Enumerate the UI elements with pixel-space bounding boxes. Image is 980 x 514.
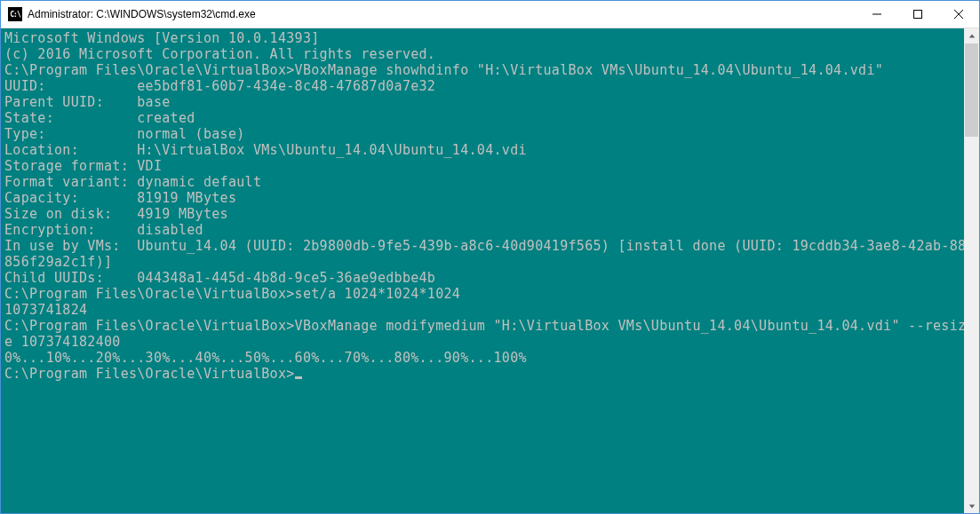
terminal-line: Microsoft Windows [Version 10.0.14393] xyxy=(4,30,960,46)
terminal-line: Child UUIDs: 044348a1-445d-4b8d-9ce5-36a… xyxy=(4,270,960,286)
terminal-line: C:\Program Files\Oracle\VirtualBox>VBoxM… xyxy=(4,318,960,334)
cmd-icon: C:\ xyxy=(8,7,22,21)
close-button[interactable] xyxy=(938,1,979,28)
terminal-line: Size on disk: 4919 MBytes xyxy=(4,206,960,222)
terminal-line: C:\Program Files\Oracle\VirtualBox>VBoxM… xyxy=(4,62,960,78)
terminal-line: Format variant: dynamic default xyxy=(4,174,960,190)
terminal-line: 856f29a2c1f)] xyxy=(4,254,960,270)
scroll-down-button[interactable] xyxy=(964,498,979,513)
terminal-line: Location: H:\VirtualBox VMs\Ubuntu_14.04… xyxy=(4,142,960,158)
terminal-line: e 107374182400 xyxy=(4,334,960,350)
terminal-output: Microsoft Windows [Version 10.0.14393](c… xyxy=(1,28,964,513)
terminal-line: C:\Program Files\Oracle\VirtualBox> xyxy=(4,366,960,382)
titlebar[interactable]: C:\ Administrator: C:\WINDOWS\system32\c… xyxy=(1,1,979,28)
terminal-line: C:\Program Files\Oracle\VirtualBox>set/a… xyxy=(4,286,960,302)
maximize-button[interactable] xyxy=(897,1,938,28)
terminal-line: 0%...10%...20%...30%...40%...50%...60%..… xyxy=(4,350,960,366)
terminal-line: 1073741824 xyxy=(4,302,960,318)
terminal-area[interactable]: Microsoft Windows [Version 10.0.14393](c… xyxy=(1,28,979,513)
minimize-button[interactable] xyxy=(857,1,897,28)
terminal-line: Parent UUID: base xyxy=(4,94,960,110)
window-controls xyxy=(857,1,979,28)
terminal-line: State: created xyxy=(4,110,960,126)
terminal-line: (c) 2016 Microsoft Corporation. All righ… xyxy=(4,46,960,62)
scroll-up-button[interactable] xyxy=(964,28,979,43)
terminal-line: Encryption: disabled xyxy=(4,222,960,238)
terminal-line: In use by VMs: Ubuntu_14.04 (UUID: 2b980… xyxy=(4,238,960,254)
svg-rect-1 xyxy=(914,11,922,19)
cursor xyxy=(295,376,302,379)
terminal-line: Capacity: 81919 MBytes xyxy=(4,190,960,206)
scrollbar-thumb[interactable] xyxy=(965,43,978,137)
vertical-scrollbar[interactable] xyxy=(964,28,979,513)
window-title: Administrator: C:\WINDOWS\system32\cmd.e… xyxy=(28,8,857,20)
terminal-line: Storage format: VDI xyxy=(4,158,960,174)
terminal-line: UUID: ee5bdf81-60b7-434e-8c48-47687d0a7e… xyxy=(4,78,960,94)
terminal-line: Type: normal (base) xyxy=(4,126,960,142)
